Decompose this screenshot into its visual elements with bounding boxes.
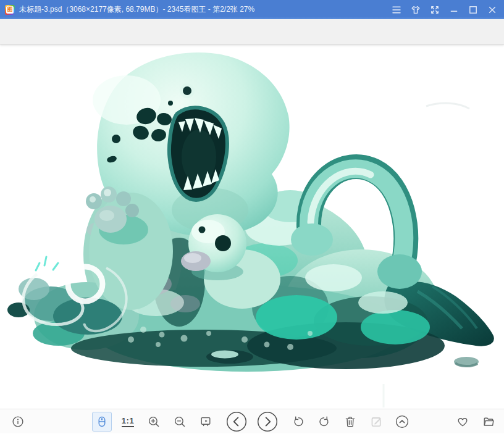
window-controls: [387, 0, 502, 19]
collapse-bar-button[interactable]: [389, 409, 415, 434]
chevron-right-circle-icon: [257, 411, 278, 432]
zoom-out-button[interactable]: [167, 409, 193, 434]
pencil-square-icon: [369, 415, 383, 428]
edit-image-button[interactable]: [363, 409, 389, 434]
info-circle-icon: [11, 415, 25, 428]
pan-tool-button[interactable]: [92, 412, 112, 432]
actual-size-button[interactable]: 1:1: [115, 409, 141, 434]
actual-size-label: 1:1: [122, 417, 134, 427]
rotate-ccw-icon: [292, 415, 305, 428]
magnifier-minus-icon: [173, 415, 187, 428]
image-info-button[interactable]: [5, 409, 31, 434]
heart-icon: [456, 415, 469, 428]
close-button[interactable]: [482, 0, 502, 19]
image-canvas[interactable]: [0, 44, 504, 409]
sparkles: [36, 257, 58, 270]
next-image-button[interactable]: [254, 409, 280, 434]
delete-image-button[interactable]: [337, 409, 363, 434]
previous-image-button[interactable]: [224, 409, 250, 434]
main-menu-button[interactable]: [387, 0, 406, 19]
fullscreen-button[interactable]: [425, 0, 444, 19]
window-title: 未标题-3.psd（3068×2177像素, 68.79MB）- 2345看图王…: [19, 4, 254, 15]
mouse-icon: [95, 415, 109, 428]
trash-icon: [343, 415, 357, 428]
chevron-left-circle-icon: [226, 411, 247, 432]
minimize-icon: [448, 4, 460, 16]
maximize-icon: [467, 4, 479, 16]
app-logo-icon: 图: [5, 5, 15, 15]
slideshow-play-icon: [199, 415, 212, 428]
slideshow-button[interactable]: [193, 409, 219, 434]
minimize-button[interactable]: [444, 0, 463, 19]
skin-theme-button[interactable]: [406, 0, 425, 19]
eye: [183, 86, 191, 95]
tshirt-icon: [410, 4, 422, 16]
bottom-toolbar: 1:1: [0, 409, 504, 433]
zoom-in-button[interactable]: [141, 409, 167, 434]
companion-eye: [215, 235, 231, 251]
close-icon: [486, 4, 498, 16]
chevron-up-circle-icon: [395, 414, 410, 429]
titlebar: 图 未标题-3.psd（3068×2177像素, 68.79MB）- 2345看…: [0, 0, 504, 19]
maximize-button[interactable]: [463, 0, 482, 19]
rotate-cw-icon: [317, 415, 331, 428]
favorite-button[interactable]: [450, 409, 476, 434]
artwork-image: [0, 44, 504, 409]
collapsed-toolbar-strip: [0, 19, 504, 44]
magnifier-plus-icon: [147, 415, 161, 428]
rotate-right-button[interactable]: [311, 409, 337, 434]
open-folder-button[interactable]: [476, 409, 502, 434]
hamburger-icon: [390, 4, 403, 16]
app-logo-glyph: 图: [6, 6, 14, 14]
rotate-left-button[interactable]: [285, 409, 311, 434]
folder-icon: [482, 415, 495, 428]
expand-arrows-icon: [429, 4, 441, 16]
